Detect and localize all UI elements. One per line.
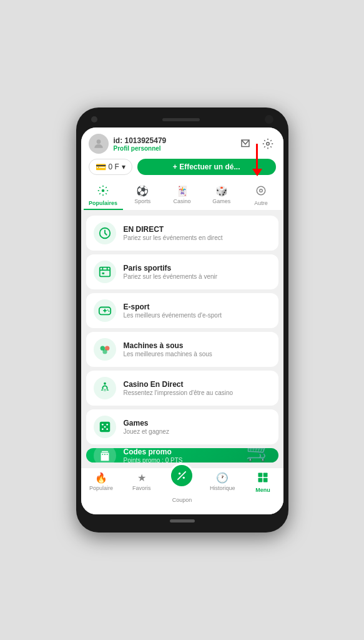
sports-icon: ⚽ (136, 185, 149, 197)
casino-direct-title: Casino En Direct (124, 380, 234, 389)
speaker (162, 118, 200, 121)
bottom-nav: 🔥 Populaire ★ Favoris Coupon 🕐 Historiqu… (81, 468, 283, 514)
bottom-populaire-icon: 🔥 (95, 472, 107, 484)
content-list: EN DIRECT Pariez sur les événements en d… (81, 211, 283, 468)
games-icon: 🎲 (215, 185, 228, 197)
bottom-nav-favoris[interactable]: ★ Favoris (121, 471, 162, 513)
casino-direct-text: Casino En Direct Ressentez l'impression … (124, 380, 234, 396)
tab-games[interactable]: 🎲 Games (202, 181, 241, 210)
menu-item-en-direct[interactable]: EN DIRECT Pariez sur les événements en d… (86, 216, 278, 251)
svg-point-20 (101, 424, 103, 426)
svg-rect-6 (99, 268, 110, 277)
balance-value: 0 F (109, 162, 119, 171)
svg-point-2 (102, 189, 105, 192)
esport-text: E-sport Les meilleurs événements d'e-spo… (124, 302, 222, 319)
en-direct-icon (94, 222, 116, 244)
svg-rect-28 (263, 473, 268, 478)
phone-frame: id: 1013925479 Profil personnel (76, 108, 288, 532)
svg-point-15 (108, 311, 109, 312)
bottom-menu-icon (257, 472, 268, 486)
svg-point-3 (257, 186, 265, 195)
message-icon[interactable] (237, 136, 253, 152)
header: id: 1013925479 Profil personnel (81, 128, 283, 181)
en-direct-title: EN DIRECT (124, 225, 223, 234)
bottom-coupon-label: Coupon (172, 497, 192, 503)
machines-icon (94, 338, 116, 361)
avatar (89, 134, 109, 154)
menu-item-casino-direct[interactable]: Casino En Direct Ressentez l'impression … (86, 371, 278, 406)
tab-autre[interactable]: Autre (241, 181, 280, 210)
bottom-nav-coupon[interactable]: Coupon (162, 462, 202, 504)
coupon-bubble[interactable] (169, 463, 194, 488)
promo-text: Codes promo Points promo : 0 PTS (124, 448, 183, 462)
bottom-favoris-icon: ★ (137, 472, 146, 484)
games-item-icon (94, 416, 116, 438)
casino-direct-icon (94, 377, 116, 399)
user-info: id: 1013925479 Profil personnel (89, 134, 167, 154)
menu-item-games[interactable]: Games Jouez et gagnez (86, 409, 278, 444)
tab-sports[interactable]: ⚽ Sports (123, 181, 162, 210)
games-item-title: Games (124, 419, 169, 428)
tab-casino-label: Casino (174, 198, 191, 204)
bottom-nav-populaire[interactable]: 🔥 Populaire (81, 471, 122, 513)
phone-screen: id: 1013925479 Profil personnel (81, 128, 283, 514)
tab-casino[interactable]: 🃏 Casino (162, 181, 202, 210)
svg-point-0 (96, 139, 101, 144)
user-profile: Profil personnel (114, 145, 167, 152)
menu-item-machines[interactable]: Machines à sous Les meilleures machines … (86, 332, 278, 367)
svg-point-25 (179, 472, 180, 474)
user-id: id: 1013925479 (114, 136, 167, 145)
promo-icon (94, 448, 116, 462)
promo-cart-icon: 🛒 (245, 448, 273, 462)
bottom-favoris-label: Favoris (132, 485, 151, 491)
svg-point-1 (266, 142, 269, 146)
autre-icon (255, 185, 267, 199)
svg-point-14 (107, 309, 108, 311)
settings-icon[interactable] (260, 136, 276, 152)
svg-point-26 (183, 477, 185, 479)
machines-text: Machines à sous Les meilleures machines … (124, 341, 212, 358)
casino-icon: 🃏 (176, 185, 189, 197)
home-button[interactable] (170, 519, 195, 522)
esport-subtitle: Les meilleurs événements d'e-sport (124, 312, 222, 319)
machines-subtitle: Les meilleures machines à sous (124, 351, 212, 358)
bottom-historique-label: Historique (210, 485, 235, 491)
camera-front (265, 115, 273, 124)
games-item-subtitle: Jouez et gagnez (124, 428, 169, 435)
balance-button[interactable]: 💳 0 F ▾ (89, 159, 132, 175)
home-button-area (81, 514, 283, 525)
menu-item-paris-sportifs[interactable]: Paris sportifs Pariez sur les événements… (86, 254, 278, 289)
svg-point-22 (106, 424, 108, 426)
paris-sportifs-text: Paris sportifs Pariez sur les événements… (124, 264, 218, 280)
bottom-nav-menu[interactable]: Menu (243, 471, 283, 513)
promo-title: Codes promo (124, 448, 183, 456)
svg-point-23 (106, 428, 108, 430)
esport-title: E-sport (124, 302, 222, 311)
tab-games-label: Games (212, 198, 230, 204)
deposit-button[interactable]: + Effectuer un dé... (137, 159, 276, 175)
populaires-icon (97, 185, 109, 199)
en-direct-text: EN DIRECT Pariez sur les événements en d… (124, 225, 223, 241)
svg-point-24 (104, 426, 106, 428)
nav-tabs: Populaires ⚽ Sports 🃏 Casino 🎲 Games (81, 181, 283, 211)
tab-populaires[interactable]: Populaires (84, 181, 123, 210)
menu-item-esport[interactable]: E-sport Les meilleurs événements d'e-spo… (86, 293, 278, 328)
user-text: id: 1013925479 Profil personnel (114, 136, 167, 152)
casino-direct-subtitle: Ressentez l'impression d'être au casino (124, 389, 234, 396)
promo-item[interactable]: Codes promo Points promo : 0 PTS 🛒 (86, 448, 278, 462)
bottom-populaire-label: Populaire (89, 485, 113, 491)
svg-rect-10 (102, 272, 104, 274)
header-top: id: 1013925479 Profil personnel (89, 134, 276, 154)
bottom-nav-historique[interactable]: 🕐 Historique (202, 471, 243, 513)
svg-point-4 (260, 189, 263, 192)
tab-autre-label: Autre (254, 200, 268, 206)
svg-rect-27 (258, 473, 263, 478)
paris-sportifs-subtitle: Pariez sur les événements à venir (124, 273, 218, 280)
games-item-text: Games Jouez et gagnez (124, 419, 169, 435)
tab-sports-label: Sports (134, 198, 150, 204)
svg-rect-29 (258, 478, 263, 482)
svg-rect-30 (263, 478, 268, 482)
camera-left (91, 116, 97, 122)
wallet-icon: 💳 (96, 162, 106, 172)
header-icons (237, 136, 276, 152)
